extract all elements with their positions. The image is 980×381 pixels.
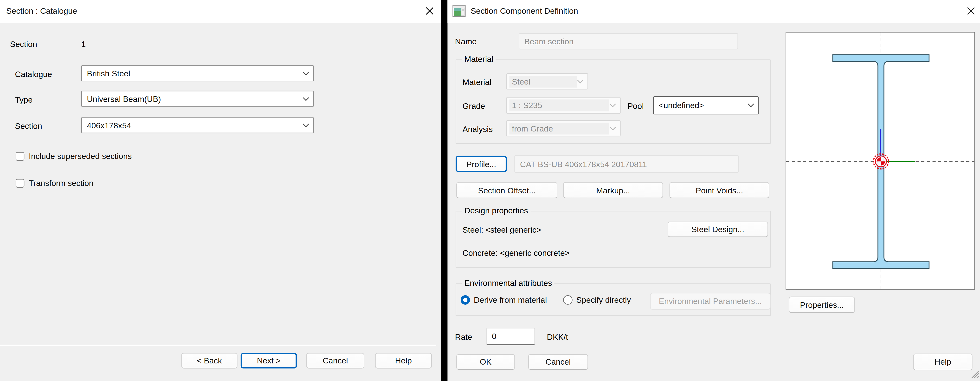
include-superseded-checkbox[interactable]: Include superseded sections	[16, 151, 132, 161]
section-catalogue-dialog: Section : Catalogue Section 1 Catalogue …	[0, 0, 442, 381]
derive-from-material-radio[interactable]: Derive from material	[461, 295, 547, 304]
rate-unit-label: DKK/t	[547, 332, 568, 341]
material-select: Steel	[506, 73, 588, 89]
profile-button[interactable]: Profile...	[456, 156, 507, 172]
back-button[interactable]: < Back	[181, 353, 237, 368]
analysis-label: Analysis	[463, 124, 493, 134]
section-select[interactable]: 406x178x54	[81, 117, 314, 134]
profile-field: CAT BS-UB 406x178x54 20170811	[514, 155, 738, 173]
section-preview	[786, 32, 975, 290]
point-voids-button[interactable]: Point Voids...	[669, 182, 769, 198]
derive-from-material-label: Derive from material	[474, 295, 547, 304]
grade-label: Grade	[463, 101, 485, 111]
chevron-down-icon	[609, 103, 616, 108]
chevron-down-icon	[609, 126, 616, 130]
markup-button[interactable]: Markup...	[563, 182, 663, 198]
material-group-title: Material	[462, 54, 496, 64]
design-properties-title: Design properties	[462, 206, 530, 215]
analysis-select: from Grade	[506, 120, 621, 137]
rate-input[interactable]: 0	[486, 328, 535, 345]
app-icon	[452, 5, 466, 19]
type-label: Type	[15, 95, 32, 105]
type-select[interactable]: Universal Beam(UB)	[81, 91, 314, 107]
chevron-down-icon	[748, 103, 754, 108]
checkbox-icon	[16, 179, 24, 187]
include-superseded-label: Include superseded sections	[29, 151, 132, 161]
window-divider	[441, 0, 447, 381]
chevron-down-icon	[302, 71, 310, 75]
section-component-definition-dialog: Section Component Definition Name Beam s…	[447, 0, 980, 381]
screen: Section : Catalogue Section 1 Catalogue …	[0, 0, 980, 381]
cancel-button[interactable]: Cancel	[528, 354, 588, 370]
close-icon[interactable]	[966, 6, 976, 16]
button-separator	[0, 344, 436, 345]
steel-design-text: Steel: <steel generic>	[463, 225, 541, 234]
left-titlebar: Section : Catalogue	[0, 0, 441, 23]
grade-select: 1 : S235	[506, 97, 621, 114]
pool-select[interactable]: <undefined>	[653, 96, 759, 115]
help-button[interactable]: Help	[913, 354, 972, 370]
radio-selected-icon	[461, 295, 470, 304]
right-titlebar: Section Component Definition	[447, 0, 980, 23]
checkbox-icon	[16, 152, 24, 160]
name-field[interactable]: Beam section	[519, 33, 738, 49]
section-select-label: Section	[15, 121, 42, 131]
environmental-parameters-button: Environmental Parameters...	[650, 293, 771, 310]
chevron-down-icon	[577, 79, 584, 84]
section-number-label: Section	[10, 40, 37, 49]
pool-label: Pool	[627, 101, 644, 111]
design-properties-group: Design properties	[456, 211, 771, 268]
catalogue-select[interactable]: British Steel	[81, 65, 314, 81]
next-button[interactable]: Next >	[241, 353, 297, 368]
section-offset-button[interactable]: Section Offset...	[456, 182, 558, 198]
catalogue-label: Catalogue	[15, 69, 52, 79]
specify-directly-label: Specify directly	[576, 295, 631, 304]
transform-section-label: Transform section	[29, 178, 93, 188]
close-icon[interactable]	[424, 6, 435, 16]
rate-label: Rate	[455, 332, 472, 341]
help-button[interactable]: Help	[375, 353, 432, 368]
specify-directly-radio[interactable]: Specify directly	[563, 295, 631, 304]
transform-section-checkbox[interactable]: Transform section	[16, 178, 93, 188]
material-label: Material	[463, 78, 492, 87]
left-dialog-title: Section : Catalogue	[6, 6, 77, 16]
radio-icon	[563, 295, 573, 304]
resize-grip-icon[interactable]	[970, 369, 979, 381]
cancel-button[interactable]: Cancel	[306, 353, 364, 368]
section-number-value: 1	[81, 40, 86, 49]
name-label: Name	[455, 37, 477, 46]
chevron-down-icon	[302, 97, 310, 101]
centroid-marker-icon	[873, 154, 888, 169]
steel-design-button[interactable]: Steel Design...	[668, 222, 768, 237]
chevron-down-icon	[302, 123, 310, 127]
concrete-design-text: Concrete: <generic concrete>	[463, 248, 570, 258]
environmental-attributes-title: Environmental attributes	[462, 278, 555, 288]
properties-button[interactable]: Properties...	[789, 297, 855, 313]
i-beam-drawing	[786, 32, 974, 289]
right-dialog-title: Section Component Definition	[471, 6, 578, 16]
ok-button[interactable]: OK	[456, 354, 515, 370]
